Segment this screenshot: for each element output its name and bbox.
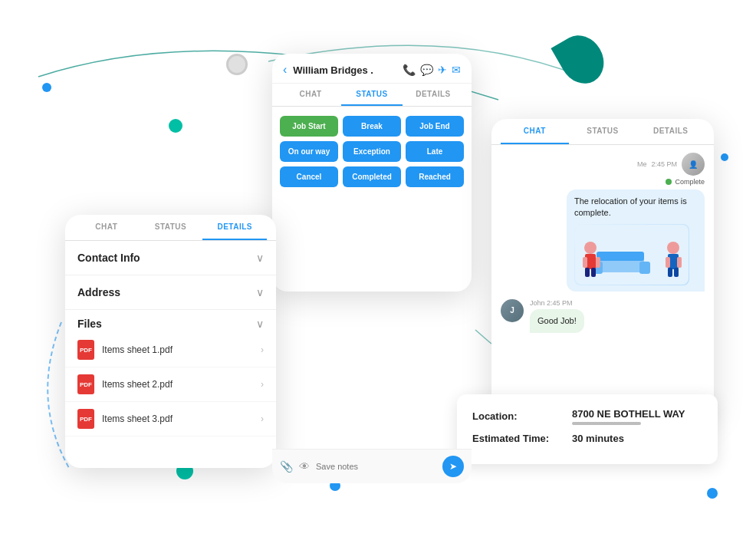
chevron-file-2-icon: › <box>261 379 264 390</box>
file-row-3[interactable]: PDF Items sheet 3.pdf › <box>65 402 276 437</box>
send-icon: ➤ <box>449 461 457 472</box>
files-header: Files ∨ <box>65 310 276 333</box>
chat-bubble-left: Good Job! <box>530 309 584 333</box>
chevron-files-icon: ∨ <box>256 318 264 330</box>
message-left: J John 2:45 PM Good Job! <box>501 299 705 333</box>
complete-label: Complete <box>675 178 705 186</box>
tab-details-phone[interactable]: DETAILS <box>403 84 464 106</box>
btn-exception[interactable]: Exception <box>343 141 401 162</box>
location-card: Location: 8700 NE BOTHELL WAY Estimated … <box>457 394 718 464</box>
chevron-file-3-icon: › <box>261 413 264 424</box>
msg-sender-right: Me <box>637 160 647 168</box>
dot-blue-bottom-right <box>707 488 718 499</box>
location-bar <box>572 422 641 425</box>
tab-status-chat[interactable]: STATUS <box>569 119 637 144</box>
btn-job-end[interactable]: Job End <box>406 116 464 137</box>
svg-rect-16 <box>674 268 679 277</box>
file-row-2[interactable]: PDF Items sheet 2.pdf › <box>65 367 276 402</box>
chevron-address-icon: ∨ <box>256 286 264 298</box>
tab-status-details[interactable]: STATUS <box>139 215 203 240</box>
chevron-file-1-icon: › <box>261 344 264 355</box>
svg-rect-3 <box>639 262 650 274</box>
chat-bubble-icon[interactable]: 💬 <box>420 64 433 76</box>
svg-point-11 <box>667 242 679 254</box>
notes-bar: 📎 👁 ➤ <box>272 449 472 483</box>
dot-white-top <box>226 54 248 75</box>
estimated-time-label: Estimated Time: <box>472 433 572 444</box>
email-icon[interactable]: ✉ <box>452 64 461 76</box>
phone-header: ‹ William Bridges . 📞 💬 ✈ ✉ <box>272 54 472 84</box>
dot-green-mid-left <box>169 119 182 133</box>
details-tabs: CHAT STATUS DETAILS <box>65 215 276 241</box>
chat-bubble-right: The relocation of your items is complete… <box>567 189 705 292</box>
btn-cancel[interactable]: Cancel <box>280 166 338 187</box>
btn-on-our-way[interactable]: On our way <box>280 141 338 162</box>
svg-rect-15 <box>668 268 672 277</box>
dot-blue-top-right <box>721 153 728 161</box>
avatar-left: J <box>501 299 524 322</box>
svg-rect-13 <box>666 257 670 268</box>
location-value: 8700 NE BOTHELL WAY <box>572 408 685 420</box>
status-complete-badge: Complete <box>666 178 705 186</box>
chat-body: Me 2:45 PM 👤 Complete The relocation of … <box>491 145 714 341</box>
avatar-right: 👤 <box>682 153 705 176</box>
btn-late[interactable]: Late <box>406 141 464 162</box>
btn-break[interactable]: Break <box>343 116 401 137</box>
estimated-time-row: Estimated Time: 30 minutes <box>472 433 702 444</box>
btn-job-start[interactable]: Job Start <box>280 116 338 137</box>
eye-icon[interactable]: 👁 <box>299 460 310 473</box>
msg-text-left: Good Job! <box>537 315 577 327</box>
phone-action-icons: 📞 💬 ✈ ✉ <box>403 64 461 76</box>
msg-text-right: The relocation of your items is complete… <box>574 196 697 219</box>
address-section[interactable]: Address ∨ <box>65 275 276 310</box>
tab-status-phone[interactable]: STATUS <box>341 84 403 106</box>
contact-name: William Bridges . <box>293 64 396 76</box>
svg-rect-4 <box>597 252 644 261</box>
svg-rect-14 <box>677 257 682 268</box>
msg-time-left: 2:45 PM <box>547 299 573 307</box>
details-card: CHAT STATUS DETAILS Contact Info ∨ Addre… <box>65 215 276 468</box>
location-label: Location: <box>472 410 572 422</box>
message-right: Me 2:45 PM 👤 Complete The relocation of … <box>501 153 705 292</box>
btn-completed[interactable]: Completed <box>343 166 401 187</box>
tab-chat-details[interactable]: CHAT <box>74 215 139 240</box>
avatar-img-right: 👤 <box>682 153 705 176</box>
msg-image <box>574 224 689 285</box>
send-button[interactable]: ➤ <box>442 456 464 477</box>
msg-sender-left: John <box>530 299 545 307</box>
tab-details-details[interactable]: DETAILS <box>202 215 267 240</box>
attachment-icon[interactable]: 📎 <box>280 460 293 473</box>
address-label: Address <box>77 286 120 298</box>
tab-details-chat[interactable]: DETAILS <box>636 119 705 144</box>
estimated-time-value: 30 minutes <box>572 433 624 444</box>
complete-dot <box>666 179 672 185</box>
files-label: Files <box>77 318 102 330</box>
svg-point-5 <box>584 242 597 254</box>
file-name-1: Items sheet 1.pdf <box>102 344 261 355</box>
dot-blue-top-left <box>42 83 51 92</box>
btn-reached[interactable]: Reached <box>406 166 464 187</box>
back-button[interactable]: ‹ <box>283 63 287 77</box>
msg-meta-left: John 2:45 PM <box>530 299 584 307</box>
pdf-icon-3: PDF <box>77 409 94 429</box>
location-row: Location: 8700 NE BOTHELL WAY <box>472 407 702 425</box>
phone-status-card: ‹ William Bridges . 📞 💬 ✈ ✉ CHAT STATUS … <box>272 54 472 292</box>
leaf-decoration <box>551 28 612 92</box>
phone-tabs: CHAT STATUS DETAILS <box>272 84 472 107</box>
tab-chat-chat[interactable]: CHAT <box>501 119 569 144</box>
svg-rect-9 <box>585 268 590 277</box>
file-row-1[interactable]: PDF Items sheet 1.pdf › <box>65 333 276 367</box>
call-icon[interactable]: 📞 <box>403 64 416 76</box>
pdf-icon-1: PDF <box>77 340 94 360</box>
svg-rect-7 <box>583 257 587 268</box>
svg-rect-10 <box>591 268 596 277</box>
status-grid: Job Start Break Job End On our way Excep… <box>272 107 472 196</box>
contact-info-label: Contact Info <box>77 252 140 264</box>
msg-meta-right: Me 2:45 PM 👤 <box>637 153 705 176</box>
contact-info-section[interactable]: Contact Info ∨ <box>65 241 276 275</box>
msg-time-right: 2:45 PM <box>651 160 677 168</box>
tab-chat-phone[interactable]: CHAT <box>280 84 341 106</box>
notes-input[interactable] <box>316 462 436 471</box>
file-name-2: Items sheet 2.pdf <box>102 379 261 390</box>
location-icon[interactable]: ✈ <box>438 64 447 76</box>
